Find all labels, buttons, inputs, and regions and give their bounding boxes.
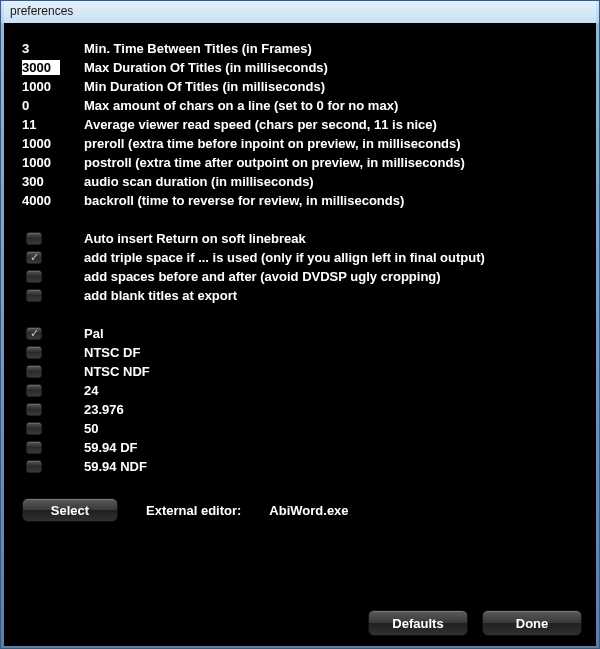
window-title: preferences	[10, 4, 73, 18]
numeric-input-average-viewer-read-speed-char[interactable]	[22, 117, 60, 132]
options-row-2: add spaces before and after (avoid DVDSP…	[22, 267, 582, 286]
formats-row-2: NTSC NDF	[22, 362, 582, 381]
formats-row-6: 59.94 DF	[22, 438, 582, 457]
numeric-row-8: backroll (time to reverse for review, in…	[22, 191, 582, 210]
numeric-label: Average viewer read speed (chars per sec…	[84, 117, 582, 132]
formats-label: 59.94 NDF	[84, 459, 582, 474]
formats-label: 59.94 DF	[84, 440, 582, 455]
checkbox-59-94-df[interactable]	[26, 441, 42, 454]
formats-label: 50	[84, 421, 582, 436]
formats-row-0: Pal	[22, 324, 582, 343]
numeric-row-4: Average viewer read speed (chars per sec…	[22, 115, 582, 134]
window-frame: preferences Min. Time Between Titles (in…	[0, 0, 600, 649]
checkbox-col	[22, 251, 84, 264]
checkbox-add-triple-space-if-is-used-on[interactable]	[26, 251, 42, 264]
numeric-row-1: Max Duration Of Titles (in milliseconds)	[22, 58, 582, 77]
checkbox-col	[22, 441, 84, 454]
numeric-row-2: Min Duration Of Titles (in milliseconds)	[22, 77, 582, 96]
numeric-row-3: Max amount of chars on a line (set to 0 …	[22, 96, 582, 115]
numeric-input-col	[22, 117, 84, 132]
checkbox-pal[interactable]	[26, 327, 42, 340]
options-label: Auto insert Return on soft linebreak	[84, 231, 582, 246]
preferences-panel: Min. Time Between Titles (in Frames)Max …	[4, 23, 596, 646]
checkbox-24[interactable]	[26, 384, 42, 397]
checkbox-50[interactable]	[26, 422, 42, 435]
formats-label: NTSC NDF	[84, 364, 582, 379]
numeric-label: backroll (time to reverse for review, in…	[84, 193, 582, 208]
numeric-input-max-amount-of-chars-on-a-line-[interactable]	[22, 98, 60, 113]
numeric-row-7: audio scan duration (in milliseconds)	[22, 172, 582, 191]
checkbox-col	[22, 403, 84, 416]
external-editor-label: External editor:	[146, 503, 241, 518]
numeric-input-col	[22, 155, 84, 170]
checkbox-auto-insert-return-on-soft-lin[interactable]	[26, 232, 42, 245]
numeric-label: Max Duration Of Titles (in milliseconds)	[84, 60, 582, 75]
checkbox-col	[22, 422, 84, 435]
numeric-input-preroll-extra-time-before-inpo[interactable]	[22, 136, 60, 151]
numeric-label: preroll (extra time before inpoint on pr…	[84, 136, 582, 151]
checkbox-col	[22, 346, 84, 359]
numeric-input-col	[22, 136, 84, 151]
formats-row-1: NTSC DF	[22, 343, 582, 362]
formats-label: 24	[84, 383, 582, 398]
window-titlebar[interactable]: preferences	[4, 1, 596, 23]
numeric-input-col	[22, 79, 84, 94]
numeric-input-min-time-between-titles-in-fra[interactable]	[22, 41, 60, 56]
done-button[interactable]: Done	[482, 610, 582, 636]
numeric-label: Min. Time Between Titles (in Frames)	[84, 41, 582, 56]
formats-row-7: 59.94 NDF	[22, 457, 582, 476]
options-row-1: add triple space if ... is used (only if…	[22, 248, 582, 267]
checkbox-59-94-ndf[interactable]	[26, 460, 42, 473]
numeric-input-backroll-time-to-reverse-for-r[interactable]	[22, 193, 60, 208]
numeric-label: audio scan duration (in milliseconds)	[84, 174, 582, 189]
numeric-row-5: preroll (extra time before inpoint on pr…	[22, 134, 582, 153]
external-editor-value[interactable]: AbiWord.exe	[269, 503, 348, 518]
dialog-buttons: Defaults Done	[368, 610, 582, 636]
options-label: add spaces before and after (avoid DVDSP…	[84, 269, 582, 284]
checkbox-col	[22, 289, 84, 302]
checkbox-col	[22, 270, 84, 283]
numeric-label: Max amount of chars on a line (set to 0 …	[84, 98, 582, 113]
options-label: add triple space if ... is used (only if…	[84, 250, 582, 265]
formats-label: 23.976	[84, 402, 582, 417]
options-row-3: add blank titles at export	[22, 286, 582, 305]
defaults-button[interactable]: Defaults	[368, 610, 468, 636]
numeric-row-0: Min. Time Between Titles (in Frames)	[22, 39, 582, 58]
external-editor-row: Select External editor: AbiWord.exe	[22, 498, 582, 522]
options-label: add blank titles at export	[84, 288, 582, 303]
numeric-input-col	[22, 193, 84, 208]
checkbox-col	[22, 232, 84, 245]
numeric-input-col	[22, 60, 84, 75]
numeric-input-min-duration-of-titles-in-mill[interactable]	[22, 79, 60, 94]
numeric-input-audio-scan-duration-in-millise[interactable]	[22, 174, 60, 189]
numeric-label: Min Duration Of Titles (in milliseconds)	[84, 79, 582, 94]
checkbox-ntsc-df[interactable]	[26, 346, 42, 359]
numeric-input-col	[22, 174, 84, 189]
numeric-input-max-duration-of-titles-in-mill[interactable]	[22, 60, 60, 75]
numeric-label: postroll (extra time after outpoint on p…	[84, 155, 582, 170]
numeric-input-col	[22, 98, 84, 113]
checkbox-add-spaces-before-and-after-av[interactable]	[26, 270, 42, 283]
checkbox-ntsc-ndf[interactable]	[26, 365, 42, 378]
formats-label: Pal	[84, 326, 582, 341]
options-row-0: Auto insert Return on soft linebreak	[22, 229, 582, 248]
numeric-input-postroll-extra-time-after-outp[interactable]	[22, 155, 60, 170]
formats-row-4: 23.976	[22, 400, 582, 419]
select-button[interactable]: Select	[22, 498, 118, 522]
numeric-input-col	[22, 41, 84, 56]
checkbox-col	[22, 365, 84, 378]
checkbox-add-blank-titles-at-export[interactable]	[26, 289, 42, 302]
formats-label: NTSC DF	[84, 345, 582, 360]
checkbox-col	[22, 384, 84, 397]
checkbox-23-976[interactable]	[26, 403, 42, 416]
checkbox-col	[22, 460, 84, 473]
numeric-row-6: postroll (extra time after outpoint on p…	[22, 153, 582, 172]
formats-row-3: 24	[22, 381, 582, 400]
checkbox-col	[22, 327, 84, 340]
formats-row-5: 50	[22, 419, 582, 438]
